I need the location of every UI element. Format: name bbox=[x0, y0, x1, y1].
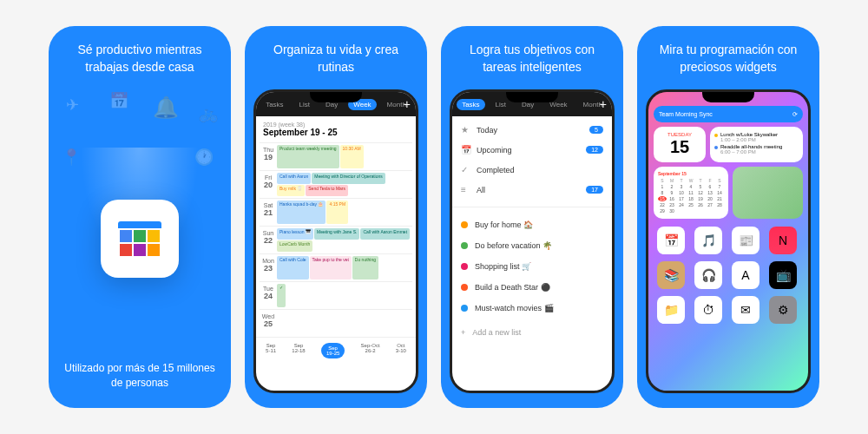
mini-cal-grid: SMTWTFS123456789101112131415161718192021… bbox=[658, 178, 724, 214]
widget-event: Readdle all-hands meeting6:00 – 7:00 PM bbox=[714, 143, 799, 155]
day-row[interactable]: Sat21Hanks squad b-day 🎂4:15 PM bbox=[260, 198, 412, 226]
app-tile[interactable]: ⏱ bbox=[694, 296, 722, 324]
widget-header: Team Morning Sync bbox=[659, 111, 713, 117]
week-option[interactable]: Sep19-25 bbox=[321, 343, 345, 358]
week-option[interactable]: Sep5-11 bbox=[266, 343, 276, 358]
map-widget[interactable] bbox=[733, 167, 803, 219]
events-widget[interactable]: Lunch w/Luke Skywalker1:00 – 2:00 PMRead… bbox=[710, 127, 803, 162]
event[interactable]: Piano lesson 🎹 bbox=[277, 228, 313, 240]
cal-month: September 15 bbox=[658, 171, 724, 176]
week-label: 2019 (week 38) bbox=[263, 122, 409, 128]
section-item[interactable]: ≡All17 bbox=[452, 180, 612, 200]
app-tile[interactable]: 📅 bbox=[657, 227, 685, 254]
event[interactable]: LowCarb Month bbox=[277, 240, 312, 252]
day-row[interactable]: Thu19Product team weekly meeting10:30 AM bbox=[260, 142, 412, 170]
event-widget[interactable]: Team Morning Sync ⟳ bbox=[654, 106, 803, 122]
event[interactable]: Send Tesla to Mars bbox=[306, 185, 348, 196]
list-item[interactable]: Do before vacation 🌴 bbox=[452, 235, 612, 256]
date-widget[interactable]: Tuesday 15 bbox=[654, 127, 706, 162]
event[interactable]: Buy milk 🥛 bbox=[277, 185, 305, 196]
app-tile[interactable]: ✉ bbox=[732, 296, 760, 324]
tab-tasks[interactable]: Tasks bbox=[457, 99, 484, 110]
day-row[interactable]: Tue24✓ bbox=[260, 281, 412, 309]
section-item[interactable]: 📅Upcoming12 bbox=[452, 140, 612, 160]
app-tile[interactable]: 📚 bbox=[657, 261, 685, 289]
list-label: Do before vacation 🌴 bbox=[475, 241, 552, 250]
app-tile[interactable]: 🎵 bbox=[694, 227, 722, 254]
event[interactable]: Do nothing bbox=[352, 256, 378, 279]
promo-title: Sé productivo mientras trabajas desde ca… bbox=[49, 26, 231, 86]
plane-icon: ✈ bbox=[66, 95, 79, 115]
event[interactable]: Take pup to the vet bbox=[310, 256, 352, 279]
add-button[interactable]: + bbox=[600, 97, 607, 111]
color-dot bbox=[461, 284, 468, 291]
section-label: Today bbox=[477, 126, 497, 135]
app-tile[interactable]: 📁 bbox=[657, 296, 685, 324]
event-time: 1:00 – 2:00 PM bbox=[720, 137, 778, 142]
list-label: Must-watch movies 🎬 bbox=[475, 304, 554, 312]
week-option[interactable]: Oct3-10 bbox=[396, 343, 406, 358]
mini-calendar-widget[interactable]: September 15 SMTWTFS12345678910111213141… bbox=[654, 167, 728, 219]
section-icon: ≡ bbox=[461, 185, 471, 194]
list-item[interactable]: Buy for home 🏠 bbox=[452, 214, 612, 235]
event[interactable]: Product team weekly meeting bbox=[277, 145, 339, 168]
list-item[interactable]: Must-watch movies 🎬 bbox=[452, 298, 612, 319]
section-item[interactable]: ✓Completed bbox=[452, 160, 612, 180]
add-new-list[interactable]: + Add a new list bbox=[452, 322, 612, 343]
tasks-card: Logra tus objetivos con tareas inteligen… bbox=[441, 26, 623, 408]
calendar-title: Organiza tu vida y crea rutinas bbox=[245, 26, 427, 86]
week-option[interactable]: Sep12-18 bbox=[292, 343, 305, 358]
section-label: Completed bbox=[477, 166, 515, 174]
app-tile[interactable]: N bbox=[769, 227, 797, 254]
list-label: Shopping list 🛒 bbox=[475, 262, 531, 271]
app-grid: 📅🎵📰N📚🎧A📺📁⏱✉⚙ bbox=[654, 223, 803, 327]
tab-tasks[interactable]: Tasks bbox=[260, 99, 288, 110]
week-option[interactable]: Sep-Oct26-2 bbox=[361, 343, 380, 358]
event[interactable]: ✓ bbox=[277, 284, 286, 307]
notch bbox=[310, 92, 362, 102]
app-tile[interactable]: 📰 bbox=[732, 227, 760, 254]
event[interactable]: Call with Aaron bbox=[277, 173, 311, 184]
event[interactable]: Call with Aaron Emmet bbox=[360, 228, 410, 240]
widget-event: Lunch w/Luke Skywalker1:00 – 2:00 PM bbox=[714, 131, 799, 143]
add-new-label: Add a new list bbox=[472, 328, 521, 337]
section-icon: ✓ bbox=[461, 165, 471, 174]
count-badge: 5 bbox=[589, 126, 603, 134]
event[interactable]: Call with Cole bbox=[277, 256, 309, 279]
event[interactable]: 10:30 AM bbox=[340, 145, 364, 168]
color-dot bbox=[461, 263, 468, 270]
section-item[interactable]: ★Today5 bbox=[452, 120, 612, 140]
day-row[interactable]: Sun22Piano lesson 🎹Meeting with Jane S.C… bbox=[260, 226, 412, 253]
calendar-icon: 📅 bbox=[109, 91, 128, 110]
app-tile[interactable]: 📺 bbox=[769, 261, 797, 289]
list-item[interactable]: Shopping list 🛒 bbox=[452, 256, 612, 277]
notch bbox=[702, 92, 754, 102]
event[interactable]: Meeting with Jane S. bbox=[314, 228, 359, 240]
app-tile[interactable]: A bbox=[732, 261, 760, 289]
app-tile[interactable]: 🎧 bbox=[694, 261, 722, 289]
day-label: Thu19 bbox=[260, 145, 277, 168]
event[interactable]: 4:15 PM bbox=[326, 201, 348, 224]
week-picker[interactable]: Sep5-11Sep12-18Sep19-25Sep-Oct26-2Oct3-1… bbox=[256, 337, 416, 364]
list-item[interactable]: Build a Death Star ⚫ bbox=[452, 277, 612, 298]
phone-mockup: Tasks List Day Week Month + 2019 (week 3… bbox=[253, 89, 418, 393]
add-button[interactable]: + bbox=[404, 97, 411, 111]
event[interactable]: Meeting with Director of Operations bbox=[312, 173, 385, 184]
notch bbox=[506, 92, 558, 102]
week-header: 2019 (week 38) September 19 - 25 bbox=[256, 116, 416, 142]
task-lists: Buy for home 🏠Do before vacation 🌴Shoppi… bbox=[452, 211, 612, 322]
day-label: Sun22 bbox=[260, 228, 277, 252]
color-dot bbox=[461, 242, 468, 249]
calendar-body: Thu19Product team weekly meeting10:30 AM… bbox=[256, 142, 416, 337]
smart-sections: ★Today5📅Upcoming12✓Completed≡All17 bbox=[452, 116, 612, 203]
day-row[interactable]: Mon23Call with ColeTake pup to the vetDo… bbox=[260, 253, 412, 281]
promo-card: Sé productivo mientras trabajas desde ca… bbox=[49, 26, 231, 408]
event[interactable]: Hanks squad b-day 🎂 bbox=[277, 201, 326, 224]
day-row[interactable]: Wed25 bbox=[260, 309, 412, 337]
divider bbox=[452, 207, 612, 207]
day-row[interactable]: Fri20Call with AaronMeeting with Directo… bbox=[260, 170, 412, 198]
app-tile[interactable]: ⚙ bbox=[769, 296, 797, 324]
section-label: Upcoming bbox=[477, 146, 512, 155]
day-label: Sat21 bbox=[260, 201, 277, 224]
color-dot bbox=[461, 221, 468, 228]
